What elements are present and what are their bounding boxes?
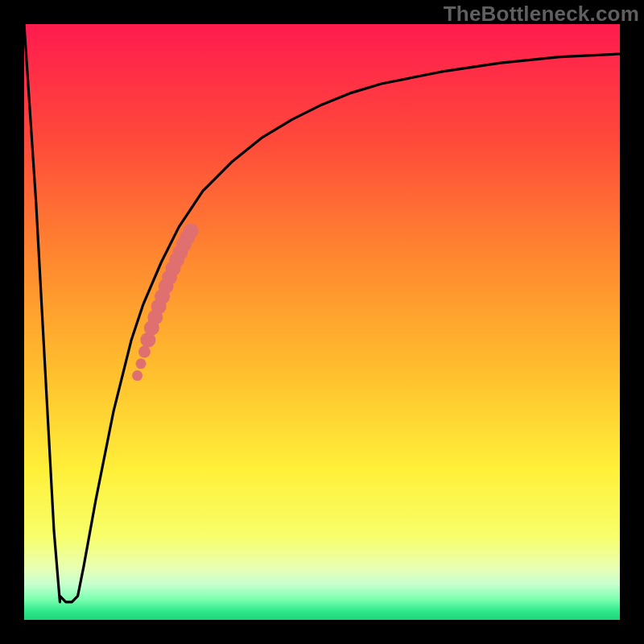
bottleneck-chart bbox=[24, 24, 620, 620]
marker-dot bbox=[184, 223, 199, 238]
plot-area bbox=[24, 24, 620, 620]
watermark-text: TheBottleneck.com bbox=[444, 2, 639, 27]
marker-dot bbox=[136, 358, 147, 369]
marker-dot bbox=[132, 370, 142, 381]
marker-dot bbox=[138, 346, 151, 358]
chart-frame: TheBottleneck.com bbox=[0, 0, 644, 644]
gradient-background bbox=[24, 24, 620, 620]
